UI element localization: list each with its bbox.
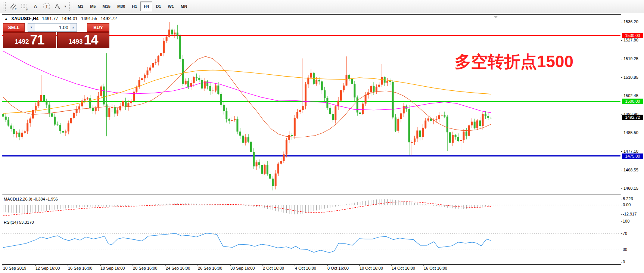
price-tick: 1460.15 [623,186,638,190]
timeframe-m5[interactable]: M5 [87,1,99,11]
volume-input[interactable] [35,24,70,31]
timeframe-m30[interactable]: M30 [114,1,128,11]
time-axis-label: 8 Oct 16:00 [327,266,349,270]
toolbar: E F A T ▼ M1M5M15M30H1H4D1W1MN [0,0,644,13]
symbol-header: ▲ XAUUSD-,H4 1491.77 1494.01 1491.55 149… [4,16,117,21]
rsi-tick: 0 [623,260,625,264]
time-axis-label: 12 Sep 16:00 [35,266,60,270]
equidistant-channel-icon[interactable]: E [8,1,18,12]
price-tick: 1519.25 [623,56,638,61]
ohlc-low: 1491.55 [81,16,97,21]
volume-increase-button[interactable]: ▲ [70,24,77,31]
price-tick: 1485.50 [623,130,638,135]
time-axis-label: 26 Sep 16:00 [198,266,222,270]
time-axis-label: 4 Oct 16:00 [295,266,316,270]
ohlc-close: 1492.72 [100,16,116,21]
price-badge-1492.72: 1492.72 [622,115,643,120]
volume-stepper: ▼ ▲ [28,23,77,32]
text-label-icon[interactable]: T [41,1,52,12]
time-axis-label: 30 Sep 16:00 [230,266,255,270]
svg-text:E: E [15,8,17,10]
timeframe-w1[interactable]: W1 [164,1,177,11]
timeframe-h4[interactable]: H4 [140,1,152,11]
price-badge-1475.00: 1475.00 [622,153,643,159]
symbol-name: XAUUSD-,H4 [11,16,38,21]
arrows-tool-icon[interactable]: ▼ [53,1,67,12]
chart-annotation: 多空转折点1500 [455,51,573,73]
macd-label: MACD(12,26,9) -0.384 -1.956 [4,197,58,201]
time-axis-label: 16 Oct 16:00 [424,266,447,270]
fibonacci-retracement-icon[interactable]: F [19,1,29,12]
one-click-trading-panel: SELL ▼ ▲ BUY 1492 71 1493 14 [3,23,109,48]
text-icon[interactable]: A [30,1,41,12]
chart-shift-marker-icon[interactable] [494,16,498,18]
time-axis-label: 10 Sep 2019 [3,266,26,270]
timeframe-m1[interactable]: M1 [74,1,87,11]
rsi-label: RSI(14) 53.3170 [4,220,34,224]
chevron-down-icon: ▼ [64,5,67,8]
time-axis-label: 2 Oct 16:00 [263,266,284,270]
price-tick: 1536.20 [623,19,638,24]
macd-tick: -12.917 [623,212,637,216]
ohlc-open: 1491.77 [42,16,58,21]
timeframe-group: M1M5M15M30H1H4D1W1MN [74,1,190,11]
sell-quote-box[interactable]: 1492 71 [3,32,56,48]
price-badge-1500.00: 1500.00 [622,99,643,104]
buy-button[interactable]: BUY [87,23,109,32]
timeframe-h1[interactable]: H1 [128,1,140,11]
price-tick: 1527.80 [623,38,638,42]
price-tick: 1502.45 [623,93,638,98]
price-badge-1530.00: 1530.00 [622,33,643,38]
rsi-pane[interactable] [2,219,621,264]
rsi-tick: 100 [623,219,629,223]
macd-pane[interactable] [2,196,621,218]
collapse-triangle-icon[interactable]: ▲ [4,17,8,21]
rsi-tick: 70 [623,231,627,236]
rsi-tick: 30 [623,247,627,252]
time-axis-label: 16 Sep 16:00 [68,266,92,270]
sell-price-main: 1492 [15,37,29,47]
time-axis-label: 24 Sep 16:00 [166,266,190,270]
volume-decrease-button[interactable]: ▼ [28,24,35,31]
timeframe-mn[interactable]: MN [177,1,190,11]
buy-price-pips: 14 [84,33,98,47]
time-axis-label: 10 Oct 16:00 [360,266,383,270]
toolbar-grip-2[interactable] [69,2,72,11]
buy-price-main: 1493 [69,37,83,47]
price-tick: 1477.10 [623,149,638,153]
toolbar-grip[interactable] [3,2,6,11]
sell-price-pips: 71 [30,33,44,47]
price-tick: 1468.55 [623,168,638,172]
macd-tick: 8.223 [623,196,633,201]
time-axis-label: 20 Sep 16:00 [133,266,157,270]
text-icon-glyph: A [34,4,37,9]
price-tick: 1510.85 [623,75,638,80]
buy-quote-box[interactable]: 1493 14 [57,32,109,48]
time-axis-label: 18 Sep 16:00 [100,266,125,270]
time-axis-label: 14 Oct 16:00 [392,266,415,270]
timeframe-m15[interactable]: M15 [99,1,113,11]
sell-button[interactable]: SELL [3,23,25,32]
svg-text:T: T [46,4,48,9]
timeframe-d1[interactable]: D1 [152,1,164,11]
svg-text:F: F [26,8,28,10]
macd-tick: 0.00 [623,202,631,207]
ohlc-high: 1494.01 [62,16,78,21]
